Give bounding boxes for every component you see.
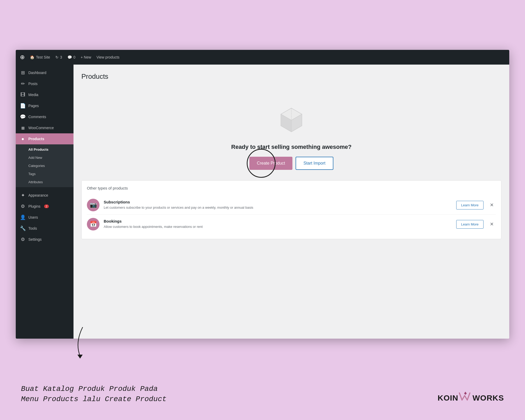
logo-w-symbol xyxy=(459,392,472,404)
sidebar-item-plugins[interactable]: ⚙ Plugins 2 xyxy=(16,201,74,212)
plugins-badge: 2 xyxy=(44,204,49,208)
sidebar-submenu-add-new[interactable]: Add New xyxy=(16,154,74,162)
subscriptions-dismiss-button[interactable]: ✕ xyxy=(488,201,496,209)
sidebar-item-products[interactable]: ● Products xyxy=(16,133,74,144)
sidebar-item-dashboard[interactable]: ⊞ Dashboard xyxy=(16,67,74,78)
bookings-name: Bookings xyxy=(104,219,452,223)
subscriptions-icon: 📷 xyxy=(87,199,99,211)
browser-window: ⊕ 🏠 Test Site ↻ 3 💬 0 + New View product… xyxy=(16,50,509,339)
subscriptions-name: Subscriptions xyxy=(104,200,452,204)
box-illustration xyxy=(276,104,307,136)
updates-count[interactable]: ↻ 3 xyxy=(55,55,62,59)
sidebar-item-comments[interactable]: 💬 Comments xyxy=(16,111,74,122)
new-button[interactable]: + New xyxy=(81,55,91,59)
sidebar-submenu-attributes[interactable]: Attributes xyxy=(16,178,74,186)
sidebar-item-posts[interactable]: ✏ Posts xyxy=(16,78,74,89)
subscriptions-info: Subscriptions Let customers subscribe to… xyxy=(104,200,452,210)
sidebar-item-pages[interactable]: 📄 Pages xyxy=(16,100,74,111)
admin-bar: ⊕ 🏠 Test Site ↻ 3 💬 0 + New View product… xyxy=(16,50,509,65)
svg-marker-5 xyxy=(77,355,83,359)
tools-icon: 🔧 xyxy=(20,225,26,231)
plugins-icon: ⚙ xyxy=(20,203,26,209)
bookings-desc: Allow customers to book appointments, ma… xyxy=(104,224,452,229)
bookings-learn-more-button[interactable]: Learn More xyxy=(456,220,484,229)
subscriptions-learn-more-button[interactable]: Learn More xyxy=(456,201,484,209)
sidebar-submenu-tags[interactable]: Tags xyxy=(16,170,74,178)
subscriptions-desc: Let customers subscribe to your products… xyxy=(104,205,452,210)
settings-icon: ⚙ xyxy=(20,237,26,242)
create-product-button[interactable]: Create Product xyxy=(249,157,292,170)
home-icon: 🏠 xyxy=(30,55,34,59)
view-products-link[interactable]: View products xyxy=(96,55,119,59)
woocommerce-icon: ▦ xyxy=(20,125,26,131)
sidebar-item-media[interactable]: 🎞 Media xyxy=(16,89,74,100)
logo-orks: WORKS xyxy=(472,393,504,402)
koinworks-logo: KOIN WORKS xyxy=(438,392,504,404)
empty-state-heading: Ready to start selling something awesome… xyxy=(231,144,351,150)
annotation-text-line2: Menu Products lalu Create Product xyxy=(21,394,167,404)
bookings-dismiss-button[interactable]: ✕ xyxy=(488,220,496,228)
dashboard-icon: ⊞ xyxy=(20,70,26,76)
wp-logo[interactable]: ⊕ xyxy=(20,54,25,61)
appearance-icon: ✦ xyxy=(20,192,26,198)
sidebar-item-users[interactable]: 👤 Users xyxy=(16,212,74,223)
product-type-row-subscriptions: 📷 Subscriptions Let customers subscribe … xyxy=(87,196,496,215)
sync-icon: ↻ xyxy=(55,55,59,59)
bookings-icon: 📅 xyxy=(87,218,99,230)
sidebar-item-tools[interactable]: 🔧 Tools xyxy=(16,223,74,234)
products-icon: ● xyxy=(20,136,26,142)
posts-icon: ✏ xyxy=(20,81,26,87)
pages-icon: 📄 xyxy=(20,103,26,109)
comment-icon: 💬 xyxy=(67,55,72,59)
product-type-row-bookings: 📅 Bookings Allow customers to book appoi… xyxy=(87,215,496,234)
sidebar-item-appearance[interactable]: ✦ Appearance xyxy=(16,190,74,201)
empty-state: Ready to start selling something awesome… xyxy=(81,88,501,180)
logo-w-svg xyxy=(459,392,472,402)
svg-marker-6 xyxy=(464,392,467,395)
annotation-area: Buat Katalog Produk Produk Pada Menu Pro… xyxy=(21,384,167,404)
users-icon: 👤 xyxy=(20,214,26,220)
sidebar: ⊞ Dashboard ✏ Posts 🎞 Media 📄 Pages 💬 Co… xyxy=(16,65,74,339)
logo-koin: KOIN xyxy=(438,393,458,402)
annotation-text-line1: Buat Katalog Produk Produk Pada xyxy=(21,384,167,394)
comments-icon: 💬 xyxy=(20,114,26,120)
sidebar-item-woocommerce[interactable]: ▦ WooCommerce xyxy=(16,122,74,133)
page-title: Products xyxy=(81,72,501,81)
arrow-annotation xyxy=(72,327,93,360)
sidebar-item-settings[interactable]: ⚙ Settings xyxy=(16,234,74,245)
products-submenu: All Products Add New Categories Tags Att… xyxy=(16,144,74,187)
media-icon: 🎞 xyxy=(20,92,26,98)
arrow-svg xyxy=(72,327,93,359)
main-layout: ⊞ Dashboard ✏ Posts 🎞 Media 📄 Pages 💬 Co… xyxy=(16,65,509,339)
site-name[interactable]: 🏠 Test Site xyxy=(30,55,50,59)
sidebar-submenu-categories[interactable]: Categories xyxy=(16,162,74,170)
other-products-title: Other types of products xyxy=(87,186,496,190)
comments-count[interactable]: 💬 0 xyxy=(67,55,76,59)
other-products-section: Other types of products 📷 Subscriptions … xyxy=(81,180,501,239)
content-area: Products Ready to start selling somethin… xyxy=(74,65,509,339)
start-import-button[interactable]: Start Import xyxy=(296,157,333,170)
sidebar-submenu-all-products[interactable]: All Products xyxy=(16,145,74,154)
wp-icon: ⊕ xyxy=(20,54,25,61)
action-buttons: Create Product Start Import xyxy=(249,157,333,170)
bookings-info: Bookings Allow customers to book appoint… xyxy=(104,219,452,229)
